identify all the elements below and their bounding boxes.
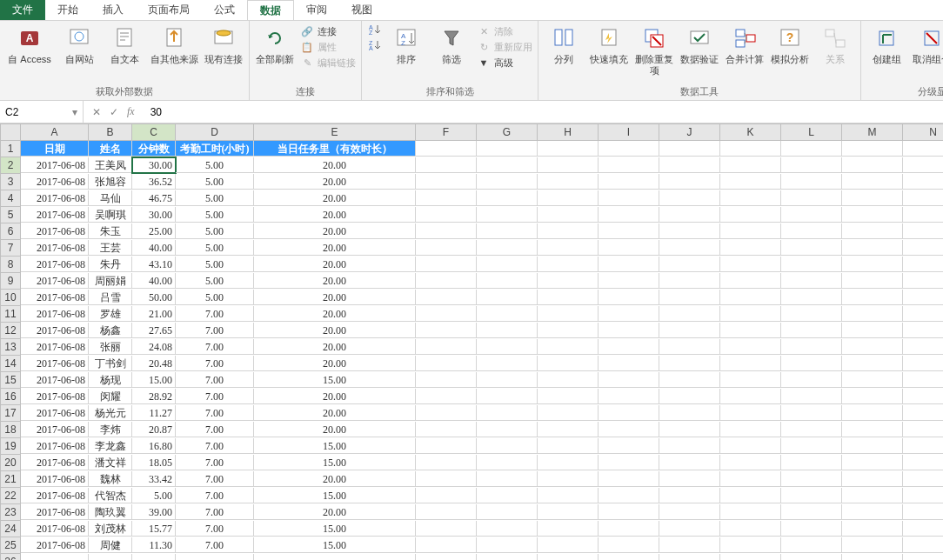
cell-N17[interactable] (903, 405, 943, 421)
cell-H18[interactable] (538, 422, 599, 437)
cell-D21[interactable]: 7.00 (176, 471, 254, 487)
col-header-C[interactable]: C (132, 123, 176, 141)
cell-A19[interactable]: 2017-06-08 (21, 438, 89, 454)
cell-A13[interactable]: 2017-06-08 (21, 339, 89, 355)
cell-C10[interactable]: 50.00 (132, 290, 176, 305)
cell-B1[interactable]: 姓名 (89, 141, 132, 157)
cell-F14[interactable] (416, 356, 477, 371)
cell-L17[interactable] (781, 405, 842, 421)
whatif-button[interactable]: ? 模拟分析 (770, 23, 810, 67)
cell-E20[interactable]: 15.00 (254, 455, 416, 470)
cell-B24[interactable]: 刘茂林 (89, 521, 132, 537)
cell-L3[interactable] (781, 174, 842, 190)
cell-M13[interactable] (842, 339, 903, 355)
sort-button[interactable]: AZ 排序 (386, 23, 426, 67)
cell-L26[interactable] (781, 554, 842, 560)
cell-N3[interactable] (903, 174, 943, 190)
cell-J21[interactable] (659, 471, 720, 487)
cell-D5[interactable]: 5.00 (176, 207, 254, 223)
cell-G24[interactable] (477, 521, 538, 537)
cell-L11[interactable] (781, 306, 842, 322)
cell-F11[interactable] (416, 306, 477, 322)
from-access-button[interactable]: A 自 Access (5, 23, 54, 67)
cell-H2[interactable] (538, 157, 599, 173)
cell-C18[interactable]: 20.87 (132, 422, 176, 437)
cell-M1[interactable] (842, 141, 903, 157)
name-box-input[interactable] (5, 106, 57, 118)
row-header-2[interactable]: 2 (0, 157, 21, 174)
cell-B19[interactable]: 李龙鑫 (89, 438, 132, 454)
cell-J4[interactable] (659, 190, 720, 206)
cell-G17[interactable] (477, 405, 538, 421)
cell-I25[interactable] (599, 537, 659, 553)
row-header-6[interactable]: 6 (0, 223, 21, 240)
cell-H11[interactable] (538, 306, 599, 322)
cell-D20[interactable]: 7.00 (176, 455, 254, 470)
cell-L25[interactable] (781, 537, 842, 553)
cell-B9[interactable]: 周丽娟 (89, 273, 132, 289)
cell-L22[interactable] (781, 488, 842, 503)
cell-D8[interactable]: 5.00 (176, 257, 254, 272)
cell-A9[interactable]: 2017-06-08 (21, 273, 89, 289)
cell-A4[interactable]: 2017-06-08 (21, 190, 89, 206)
cell-I14[interactable] (599, 356, 659, 371)
cell-D19[interactable]: 7.00 (176, 438, 254, 454)
cell-D3[interactable]: 5.00 (176, 174, 254, 190)
cell-G5[interactable] (477, 207, 538, 223)
row-header-8[interactable]: 8 (0, 257, 21, 273)
cell-N4[interactable] (903, 190, 943, 206)
tab-页面布局[interactable]: 页面布局 (136, 0, 202, 20)
cell-C8[interactable]: 43.10 (132, 257, 176, 272)
cell-M2[interactable] (842, 157, 903, 173)
cell-G22[interactable] (477, 488, 538, 503)
cell-I15[interactable] (599, 372, 659, 388)
cell-E5[interactable]: 20.00 (254, 207, 416, 223)
cell-A16[interactable]: 2017-06-08 (21, 389, 89, 404)
cell-C19[interactable]: 16.80 (132, 438, 176, 454)
cell-H13[interactable] (538, 339, 599, 355)
cell-K21[interactable] (720, 471, 781, 487)
flash-fill-button[interactable]: 快速填充 (589, 23, 629, 67)
cell-N13[interactable] (903, 339, 943, 355)
col-header-L[interactable]: L (781, 123, 842, 141)
cell-D10[interactable]: 5.00 (176, 290, 254, 305)
cell-I22[interactable] (599, 488, 659, 503)
cell-I17[interactable] (599, 405, 659, 421)
cell-C1[interactable]: 分钟数 (132, 141, 176, 157)
cell-K5[interactable] (720, 207, 781, 223)
cell-I26[interactable] (599, 554, 659, 560)
row-header-17[interactable]: 17 (0, 405, 21, 422)
cell-B23[interactable]: 陶玖翼 (89, 504, 132, 520)
formula-input[interactable] (144, 106, 943, 118)
cell-L13[interactable] (781, 339, 842, 355)
cell-D16[interactable]: 7.00 (176, 389, 254, 404)
cell-J14[interactable] (659, 356, 720, 371)
cell-E6[interactable]: 20.00 (254, 223, 416, 239)
cell-E19[interactable]: 15.00 (254, 438, 416, 454)
cell-I10[interactable] (599, 290, 659, 305)
cell-L4[interactable] (781, 190, 842, 206)
cell-A7[interactable]: 2017-06-08 (21, 240, 89, 256)
cell-M24[interactable] (842, 521, 903, 537)
cell-I11[interactable] (599, 306, 659, 322)
cell-B20[interactable]: 潘文祥 (89, 455, 132, 470)
col-header-D[interactable]: D (176, 123, 254, 141)
cell-M16[interactable] (842, 389, 903, 404)
fx-icon[interactable]: fx (127, 105, 135, 118)
cell-M20[interactable] (842, 455, 903, 470)
cell-L19[interactable] (781, 438, 842, 454)
cell-J5[interactable] (659, 207, 720, 223)
cell-K1[interactable] (720, 141, 781, 157)
cell-F17[interactable] (416, 405, 477, 421)
cell-D14[interactable]: 7.00 (176, 356, 254, 371)
cell-G19[interactable] (477, 438, 538, 454)
cell-N12[interactable] (903, 323, 943, 338)
cell-J17[interactable] (659, 405, 720, 421)
cell-K7[interactable] (720, 240, 781, 256)
cell-F18[interactable] (416, 422, 477, 437)
cell-I20[interactable] (599, 455, 659, 470)
cell-K16[interactable] (720, 389, 781, 404)
cell-N25[interactable] (903, 537, 943, 553)
cell-M9[interactable] (842, 273, 903, 289)
cell-H5[interactable] (538, 207, 599, 223)
